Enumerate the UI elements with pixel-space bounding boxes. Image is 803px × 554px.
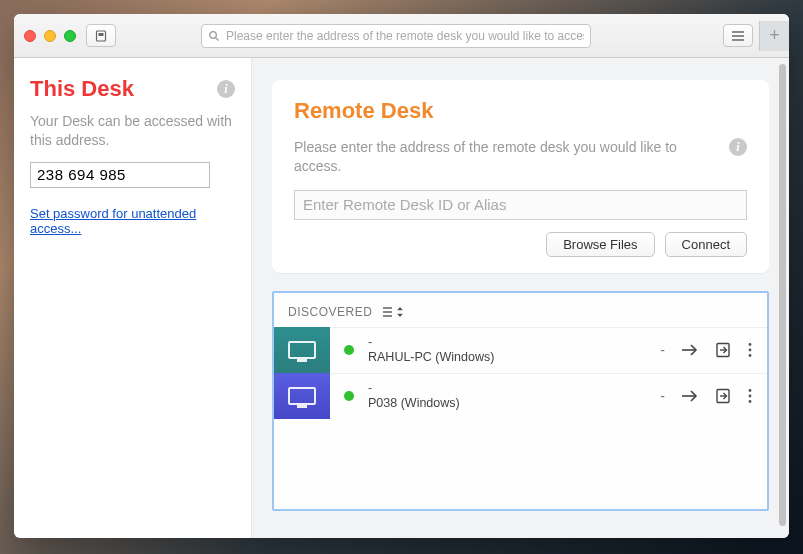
remote-desk-subtitle: Please enter the address of the remote d… [294,138,717,176]
favorite-placeholder: - [660,388,665,404]
remote-buttons: Browse Files Connect [294,232,747,257]
this-desk-subtitle: Your Desk can be accessed with this addr… [30,112,235,150]
favorite-placeholder: - [660,342,665,358]
discovered-section: DISCOVERED - RAHUL-P [272,291,769,511]
browse-files-button[interactable]: Browse Files [546,232,654,257]
svg-point-15 [749,343,752,346]
address-book-icon [95,30,107,42]
client-name: P038 (Windows) [368,396,460,412]
info-icon[interactable]: i [729,138,747,156]
discovered-heading: DISCOVERED [288,305,372,319]
discovered-rows: - RAHUL-PC (Windows) - - P038 (Windows) … [274,327,767,419]
this-desk-header: This Desk i [30,76,235,102]
minimize-window-button[interactable] [44,30,56,42]
plus-icon: + [769,25,780,46]
connect-arrow-button[interactable] [681,389,699,403]
discovered-row[interactable]: - P038 (Windows) - [274,373,767,419]
row-actions: - [660,342,753,358]
window-controls [24,30,76,42]
titlebar: + [14,14,789,58]
file-transfer-button[interactable] [715,388,731,404]
svg-point-17 [749,354,752,357]
remote-desk-title: Remote Desk [294,98,747,124]
menu-button[interactable] [723,24,753,47]
svg-point-16 [749,349,752,352]
scrollbar[interactable] [779,64,786,532]
address-search[interactable] [201,24,591,48]
client-labels: - RAHUL-PC (Windows) [368,335,494,366]
status-online-icon [344,345,354,355]
svg-line-3 [216,37,219,40]
new-tab-button[interactable]: + [759,21,789,51]
svg-point-23 [749,400,752,403]
connect-button[interactable]: Connect [665,232,747,257]
discovered-row[interactable]: - RAHUL-PC (Windows) - [274,327,767,373]
info-icon[interactable]: i [217,80,235,98]
connect-arrow-button[interactable] [681,343,699,357]
arrow-right-icon [681,389,699,403]
file-transfer-icon [715,342,731,358]
view-mode-toggle[interactable] [382,306,406,318]
main-panel: Remote Desk Please enter the address of … [252,58,789,538]
svg-marker-11 [397,314,403,317]
client-thumbnail [274,373,330,419]
svg-point-2 [210,31,217,38]
sidebar: This Desk i Your Desk can be accessed wi… [14,58,252,538]
client-alias: - [368,381,460,397]
kebab-icon [747,388,753,404]
this-desk-title: This Desk [30,76,134,102]
app-window: + This Desk i Your Desk can be accessed … [14,14,789,538]
status-online-icon [344,391,354,401]
list-sort-icon [382,306,406,318]
client-alias: - [368,335,494,351]
close-window-button[interactable] [24,30,36,42]
remote-desk-panel: Remote Desk Please enter the address of … [272,80,769,273]
client-name: RAHUL-PC (Windows) [368,350,494,366]
discovered-header: DISCOVERED [274,301,767,327]
arrow-right-icon [681,343,699,357]
row-actions: - [660,388,753,404]
this-desk-address-input[interactable] [30,162,210,188]
svg-rect-1 [99,33,104,36]
svg-point-21 [749,389,752,392]
monitor-icon [288,341,316,359]
set-password-link[interactable]: Set password for unattended access... [30,206,235,236]
address-book-button[interactable] [86,24,116,47]
file-transfer-button[interactable] [715,342,731,358]
hamburger-icon [731,31,745,41]
address-search-input[interactable] [226,29,584,43]
monitor-icon [288,387,316,405]
kebab-icon [747,342,753,358]
more-options-button[interactable] [747,388,753,404]
toolbar-right: + [723,24,779,47]
scrollbar-thumb[interactable] [779,64,786,526]
content-area: This Desk i Your Desk can be accessed wi… [14,58,789,538]
remote-desk-input[interactable] [294,190,747,220]
search-icon [208,30,220,42]
svg-point-22 [749,395,752,398]
more-options-button[interactable] [747,342,753,358]
maximize-window-button[interactable] [64,30,76,42]
file-transfer-icon [715,388,731,404]
svg-marker-10 [397,307,403,310]
client-labels: - P038 (Windows) [368,381,460,412]
client-thumbnail [274,327,330,373]
